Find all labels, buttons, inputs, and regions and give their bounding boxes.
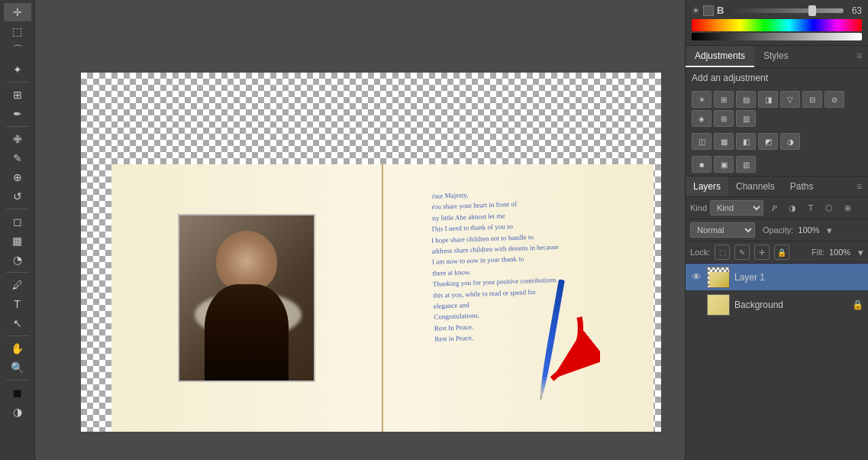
tool-clone[interactable]: ⊕ xyxy=(4,168,31,186)
brush-b-label: B xyxy=(717,5,724,16)
tab-channels[interactable]: Channels xyxy=(728,177,782,196)
tool-history-brush[interactable]: ↺ xyxy=(4,187,31,206)
adj-threshold[interactable]: ◧ xyxy=(736,133,756,150)
tool-crop[interactable]: ⊞ xyxy=(4,86,31,104)
adj-gradient-map[interactable]: ▥ xyxy=(736,110,756,127)
opacity-value[interactable]: 100% xyxy=(798,225,822,235)
tool-lasso[interactable]: ⌒ xyxy=(4,41,31,60)
tool-sep-4 xyxy=(6,272,29,273)
adj-curves[interactable]: ⊞ xyxy=(714,91,734,108)
tool-quick-select[interactable]: ✦ xyxy=(4,60,31,79)
brush-row: ☀ B 63 xyxy=(692,5,862,16)
tool-sep-1 xyxy=(6,82,29,83)
adj-hue-sat[interactable]: ⊟ xyxy=(802,91,822,108)
right-panel: ☀ B 63 Adjustments Styles ≡ Add an adjus… xyxy=(685,0,868,460)
black-white-bar[interactable] xyxy=(692,33,862,40)
book-image: Your Majesty, You share your heart in fr… xyxy=(111,164,653,432)
adjustments-title: Add an adjustment xyxy=(686,68,868,88)
lock-all-btn[interactable]: 🔒 xyxy=(774,245,789,260)
adj-photo-filter[interactable]: ◫ xyxy=(692,133,712,150)
adj-channel-mixer[interactable]: ⊞ xyxy=(714,110,734,127)
lock-image-btn[interactable]: ✎ xyxy=(734,245,750,260)
opacity-arrow[interactable]: ▾ xyxy=(827,225,832,236)
color-spectrum[interactable] xyxy=(692,19,862,31)
tool-select-rect[interactable]: ⬚ xyxy=(4,22,31,40)
tool-eyedropper[interactable]: ✒ xyxy=(4,105,31,123)
adj-vibrance[interactable]: ◈ xyxy=(692,110,712,127)
layer-thumb-background xyxy=(707,294,730,316)
tool-hand[interactable]: ✋ xyxy=(4,339,31,358)
tool-move[interactable]: ✛ xyxy=(4,3,31,21)
fill-label: Fill: xyxy=(812,248,824,257)
kind-filter-px[interactable]: 𝑃 xyxy=(766,200,782,215)
tab-layers[interactable]: Layers xyxy=(686,177,728,196)
adjustments-tab-bar: Adjustments Styles ≡ xyxy=(686,46,868,68)
lock-position-btn[interactable]: ✛ xyxy=(754,245,770,260)
tab-styles[interactable]: Styles xyxy=(754,46,798,67)
kind-filter-shape[interactable]: ⬡ xyxy=(821,200,837,215)
adj-invert[interactable]: ▽ xyxy=(780,91,800,108)
layer-item-background[interactable]: 👁 Background 🔒 xyxy=(686,291,868,319)
adj-levels[interactable]: ▤ xyxy=(736,91,756,108)
brush-mode-checkbox[interactable] xyxy=(703,5,714,16)
letter-text: Your Majesty, You share your heart in fr… xyxy=(432,187,638,345)
kind-select[interactable]: Kind Name Effect Mode xyxy=(710,200,763,215)
adj-pattern[interactable]: ▥ xyxy=(736,156,756,173)
layers-panel: Layers Channels Paths ≡ Kind Kind Name E… xyxy=(686,177,868,460)
layer-item-layer1[interactable]: 👁 Layer 1 xyxy=(686,264,868,291)
tool-brush[interactable]: ✎ xyxy=(4,149,31,167)
adj-solid-color[interactable]: ■ xyxy=(692,156,712,173)
brush-slider-track[interactable] xyxy=(727,8,844,13)
blend-mode-row: Normal Dissolve Multiply Screen Overlay … xyxy=(686,219,868,241)
adjustment-icons-row: ☀ ⊞ ▤ ◨ ▽ ⊟ ⊘ ◈ ⊞ ▥ xyxy=(686,88,868,130)
layer-name-background: Background xyxy=(734,300,847,310)
tool-dodge[interactable]: ◔ xyxy=(4,251,31,269)
kind-filter-smart[interactable]: ⊕ xyxy=(840,200,855,215)
quick-mask-mode[interactable]: ◑ xyxy=(4,403,31,421)
background-thumb-img xyxy=(708,295,729,315)
tab-paths[interactable]: Paths xyxy=(782,177,821,196)
layer-eye-background[interactable]: 👁 xyxy=(690,299,702,311)
fill-arrow[interactable]: ▾ xyxy=(858,247,863,258)
tool-zoom[interactable]: 🔍 xyxy=(4,358,31,377)
handwritten-letter: Your Majesty, You share your heart in fr… xyxy=(432,187,638,401)
vintage-portrait xyxy=(178,214,315,382)
layer-eye-layer1[interactable]: 👁 xyxy=(690,271,702,283)
tab-adjustments[interactable]: Adjustments xyxy=(686,46,754,67)
layer-thumb-layer1 xyxy=(707,267,730,288)
kind-label: Kind xyxy=(690,203,707,212)
fill-value[interactable]: 100% xyxy=(829,248,853,257)
tool-pen[interactable]: 🖊 xyxy=(4,276,31,294)
lock-transparent-btn[interactable]: ⬚ xyxy=(715,245,730,260)
adj-exposure[interactable]: ⊘ xyxy=(824,91,844,108)
canvas-container: Your Majesty, You share your heart in fr… xyxy=(81,73,661,432)
adjustment-icons-row3: ■ ▣ ▥ xyxy=(686,153,868,176)
adj-black-white[interactable]: ◑ xyxy=(780,133,800,150)
kind-filter-adj[interactable]: ◑ xyxy=(785,200,800,215)
adj-color-balance[interactable]: ◨ xyxy=(758,91,778,108)
fur-detail xyxy=(195,292,302,338)
adj-brightness[interactable]: ☀ xyxy=(692,91,712,108)
kind-filter-T[interactable]: T xyxy=(803,200,818,215)
foreground-color-swatch[interactable]: ■ xyxy=(4,384,31,402)
tool-text[interactable]: T xyxy=(4,295,31,313)
adj-posterize[interactable]: ▦ xyxy=(714,133,734,150)
lock-row: Lock: ⬚ ✎ ✛ 🔒 Fill: 100% ▾ xyxy=(686,241,868,264)
brush-slider-thumb[interactable] xyxy=(808,5,816,16)
layers-kind-row: Kind Kind Name Effect Mode 𝑃 ◑ T ⬡ ⊕ xyxy=(686,197,868,219)
layer1-img-preview xyxy=(709,272,729,287)
tool-eraser[interactable]: ◻ xyxy=(4,212,31,231)
tool-sep-5 xyxy=(6,335,29,336)
adjustments-menu-btn[interactable]: ≡ xyxy=(850,46,868,67)
tool-path-select[interactable]: ↖ xyxy=(4,314,31,332)
adj-gradient[interactable]: ▣ xyxy=(714,156,734,173)
layers-menu-btn[interactable]: ≡ xyxy=(850,177,868,196)
lock-label: Lock: xyxy=(690,248,710,257)
tool-gradient[interactable]: ▦ xyxy=(4,232,31,250)
tool-healing[interactable]: ✙ xyxy=(4,130,31,148)
brush-value: 63 xyxy=(847,5,862,16)
adjustment-icons-row2: ◫ ▦ ◧ ◩ ◑ xyxy=(686,130,868,153)
book-right-page: Your Majesty, You share your heart in fr… xyxy=(383,164,653,432)
adj-selective-color[interactable]: ◩ xyxy=(758,133,778,150)
blend-mode-select[interactable]: Normal Dissolve Multiply Screen Overlay xyxy=(690,222,755,238)
